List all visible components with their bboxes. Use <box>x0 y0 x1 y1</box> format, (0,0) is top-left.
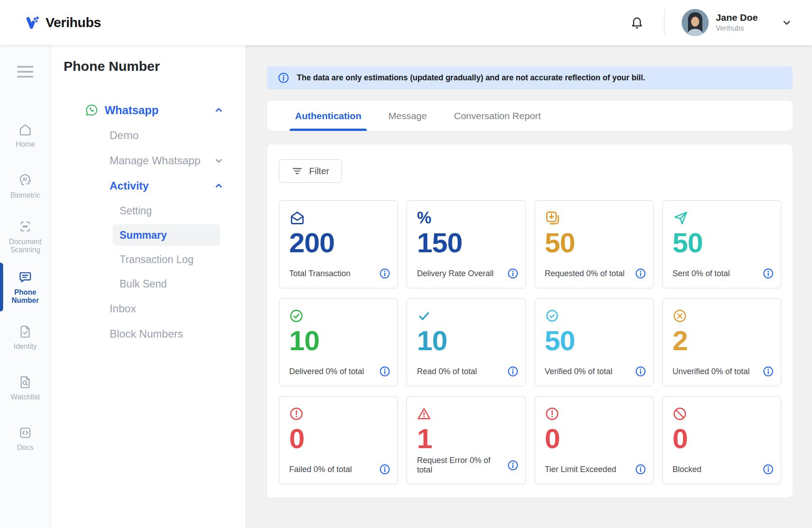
info-icon[interactable] <box>379 464 390 475</box>
rail-item-home[interactable]: Home <box>0 110 51 161</box>
tab-authentication[interactable]: Authentication <box>293 101 363 131</box>
info-icon[interactable] <box>508 460 518 471</box>
stat-value: 0 <box>545 424 644 453</box>
home-icon <box>18 122 32 137</box>
stat-value: 50 <box>545 228 644 257</box>
info-icon <box>278 72 289 83</box>
hamburger-menu-icon[interactable] <box>14 63 36 80</box>
rail-label: Identity <box>14 343 37 351</box>
brand-name: Verihubs <box>46 15 101 30</box>
rail-item-document-scanning[interactable]: Document Scanning <box>0 211 51 262</box>
menu-item-setting[interactable]: Setting <box>113 200 220 222</box>
info-icon[interactable] <box>763 268 774 279</box>
activity-submenu: Setting Summary Transaction Log Bulk Sen… <box>113 200 220 295</box>
stat-label: Total Transaction <box>289 269 351 278</box>
stat-card-tier-limit: 0 Tier Limit Exceeded <box>535 396 654 484</box>
info-icon[interactable] <box>763 366 774 377</box>
menu-item-activity[interactable]: Activity <box>51 175 245 197</box>
stat-value: 200 <box>289 228 388 257</box>
info-icon[interactable] <box>508 366 518 377</box>
menu-item-demo[interactable]: Demo <box>51 124 245 147</box>
rail-label: Phone Number <box>0 288 51 305</box>
chat-bubble-icon <box>18 269 33 285</box>
badge-check-icon <box>545 308 644 324</box>
rail-label: Home <box>16 140 35 148</box>
rail-label: Watchlist <box>11 393 40 401</box>
rail-item-biometric[interactable]: AI Biometric <box>0 161 51 211</box>
page-title: Phone Number <box>51 59 245 74</box>
chevron-up-icon <box>214 181 224 191</box>
top-header: Verihubs Jane Doe V <box>0 0 812 45</box>
user-org: Verihubs <box>716 24 758 32</box>
tab-conversation-report[interactable]: Conversation Report <box>452 101 543 131</box>
sidebar-menu: Whatsapp Demo Manage Whatsapp Activity <box>51 99 245 345</box>
user-menu-chevron-down-icon[interactable] <box>781 17 792 28</box>
watchlist-document-search-icon <box>18 375 32 389</box>
verihubs-logo-icon <box>25 15 40 30</box>
menu-label: Summary <box>120 229 167 241</box>
info-icon[interactable] <box>379 268 390 279</box>
alert-triangle-icon <box>417 406 516 422</box>
docs-code-icon <box>18 426 32 440</box>
stat-value: 50 <box>673 228 772 257</box>
stat-card-delivery-rate: % 150 Delivery Rate Overall <box>406 200 526 288</box>
whatsapp-icon <box>85 103 98 117</box>
rail-label: Document Scanning <box>0 238 51 255</box>
stat-card-requested: 50 Requested 0% of total <box>535 200 654 288</box>
rail-label: Biometric <box>10 191 41 199</box>
stat-value: 0 <box>289 424 388 453</box>
filter-label: Filter <box>309 166 329 176</box>
rail-item-identity[interactable]: Identity <box>0 312 51 363</box>
tab-message[interactable]: Message <box>387 101 429 131</box>
rail-item-watchlist[interactable]: Watchlist <box>0 363 51 413</box>
menu-item-manage-whatsapp[interactable]: Manage Whatsapp <box>51 149 245 172</box>
stat-card-failed: 0 Failed 0% of total <box>279 396 398 484</box>
notifications-bell-icon[interactable] <box>628 13 646 32</box>
stat-card-grid: 200 Total Transaction % 1 <box>279 200 781 484</box>
menu-label: Inbox <box>110 302 136 315</box>
user-block[interactable]: Jane Doe Verihubs <box>716 12 758 33</box>
stat-label: Failed 0% of total <box>289 465 352 474</box>
filter-button[interactable]: Filter <box>279 159 342 183</box>
filter-icon <box>291 165 303 177</box>
menu-item-whatsapp[interactable]: Whatsapp <box>51 99 245 121</box>
info-icon[interactable] <box>635 464 646 475</box>
alert-circle-icon <box>545 406 644 422</box>
app-window: Verihubs Jane Doe V <box>0 0 812 528</box>
menu-label: Demo <box>110 129 138 142</box>
stat-card-blocked: 0 Blocked <box>662 396 781 484</box>
stat-value: 10 <box>417 326 516 355</box>
document-scan-icon <box>18 219 33 234</box>
info-icon[interactable] <box>635 366 646 377</box>
stat-value: 50 <box>545 326 644 355</box>
info-icon[interactable] <box>379 366 390 377</box>
brand: Verihubs <box>25 15 101 30</box>
info-icon[interactable] <box>635 268 646 279</box>
check-icon <box>417 308 516 324</box>
rail-item-docs[interactable]: Docs <box>0 413 51 464</box>
stat-card-sent: 50 Sent 0% of total <box>662 200 781 288</box>
info-icon[interactable] <box>508 268 518 279</box>
menu-label: Whatsapp <box>105 104 158 117</box>
menu-item-bulk-send[interactable]: Bulk Send <box>113 273 220 295</box>
menu-label: Setting <box>120 205 152 217</box>
stat-value: 1 <box>417 424 516 453</box>
stat-label: Tier Limit Exceeded <box>545 465 616 474</box>
menu-item-block-numbers[interactable]: Block Numbers <box>51 323 245 345</box>
menu-item-transaction-log[interactable]: Transaction Log <box>113 249 220 270</box>
menu-item-summary[interactable]: Summary <box>113 224 220 246</box>
rail-label: Docs <box>17 444 33 452</box>
check-circle-icon <box>289 308 388 324</box>
percent-icon: % <box>417 210 516 226</box>
menu-item-inbox[interactable]: Inbox <box>51 297 245 320</box>
stat-label: Sent 0% of total <box>673 269 730 278</box>
banner-text: The data are only estimations (updated g… <box>297 73 645 83</box>
x-circle-icon <box>673 308 772 324</box>
avatar[interactable] <box>682 9 709 36</box>
stat-card-delivered: 10 Delivered 0% of total <box>279 298 398 386</box>
stat-value: 0 <box>673 424 772 453</box>
info-icon[interactable] <box>763 464 774 475</box>
header-right: Jane Doe Verihubs <box>628 9 792 36</box>
stat-card-request-error: 1 Request Error 0% of total <box>406 396 526 484</box>
rail-item-phone-number[interactable]: Phone Number <box>0 262 51 312</box>
